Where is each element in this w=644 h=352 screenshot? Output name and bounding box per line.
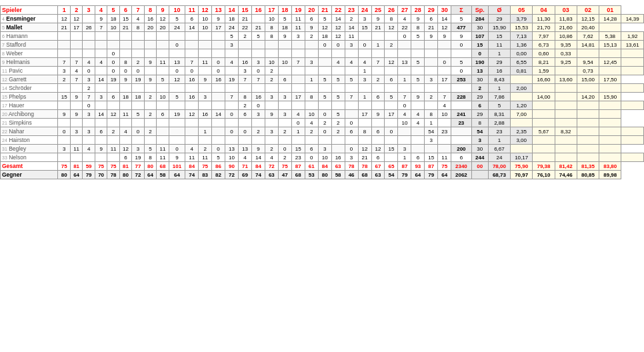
season-03: 21,60 — [555, 23, 577, 32]
season-03 — [577, 84, 599, 93]
round-18 — [278, 101, 291, 110]
round-20: 2 — [305, 127, 318, 136]
round-30 — [438, 119, 451, 127]
season-01 — [599, 23, 621, 32]
sp-value: 29 — [488, 58, 510, 67]
season-04 — [555, 136, 577, 145]
round-3 — [83, 41, 95, 49]
sum-value: 6 — [471, 101, 488, 110]
round-24: 0 — [358, 41, 371, 49]
round-5 — [107, 41, 119, 49]
gesamt-season-03: 81,42 — [555, 162, 577, 171]
gesamt-round-10: 101 — [169, 162, 185, 171]
round-26: 2 — [385, 41, 398, 49]
season-01 — [621, 84, 644, 93]
round-24: 3 — [358, 75, 371, 84]
round-4: 4 — [95, 58, 107, 67]
round-8 — [144, 101, 156, 110]
season-01 — [599, 145, 621, 153]
round-2 — [70, 41, 82, 49]
round-6 — [119, 84, 131, 93]
gegner-round-23: 46 — [345, 171, 358, 179]
round-10 — [169, 136, 185, 145]
col-s01: 01 — [599, 6, 621, 15]
col-22: 22 — [331, 6, 345, 15]
gesamt-round-17: 72 — [265, 162, 278, 171]
round-11: 7 — [185, 58, 199, 67]
round-20: 3 — [305, 58, 318, 67]
player-name: 11 Pavic — [1, 67, 58, 75]
round-19: 23 — [291, 153, 305, 162]
round-8 — [144, 32, 156, 41]
round-13 — [212, 136, 225, 145]
round-1 — [58, 136, 70, 145]
round-5: 0 — [107, 67, 119, 75]
player-name: 17 Hauer — [1, 101, 58, 110]
col-28: 28 — [411, 6, 425, 15]
round-6: 15 — [119, 15, 131, 23]
round-28: 9 — [411, 93, 425, 101]
season-04: 16,60 — [533, 75, 555, 84]
round-4: 9 — [95, 145, 107, 153]
round-11: 16 — [185, 75, 199, 84]
round-9: 6 — [157, 110, 169, 119]
round-15: 2 — [238, 32, 251, 41]
round-14: 3 — [225, 41, 239, 49]
table-row: 11 Pavic3400000003021013160,811,590,73 — [1, 67, 644, 75]
round-27: 1 — [398, 75, 411, 84]
col-s04: 04 — [533, 6, 555, 15]
avg-value: 0,81 — [511, 67, 533, 75]
sp-value: 5 — [488, 101, 510, 110]
round-9: 10 — [157, 93, 169, 101]
season-03 — [577, 101, 599, 110]
round-9: 12 — [157, 15, 169, 23]
table-row: 17 Hauer02004651,20 — [1, 101, 644, 110]
round-17: 2 — [265, 75, 278, 84]
round-22: 5 — [331, 75, 345, 84]
gesamt-round-25: 67 — [371, 162, 385, 171]
sum-value: 13 — [471, 67, 488, 75]
round-19 — [291, 101, 305, 110]
round-27: 4 — [398, 110, 411, 119]
col-20: 20 — [305, 6, 318, 15]
round-12 — [199, 101, 212, 110]
round-16: 21 — [251, 23, 265, 32]
season-02: 20,40 — [577, 23, 599, 32]
avg-value: 2,88 — [488, 119, 510, 127]
round-16: 2 — [251, 127, 265, 136]
season-05 — [511, 75, 533, 84]
round-25: 1 — [371, 41, 385, 49]
round-17: 8 — [265, 23, 278, 32]
gegner-round-25: 63 — [371, 171, 385, 179]
round-18: 6 — [278, 75, 291, 84]
sp-value: 1 — [488, 136, 510, 145]
sum-value: 15 — [471, 41, 488, 49]
round-23: 4 — [345, 58, 358, 67]
round-27: 10 — [398, 119, 411, 127]
round-16: 0 — [251, 101, 265, 110]
round-10: 12 — [169, 75, 185, 84]
round-25 — [371, 32, 385, 41]
round-19: 7 — [291, 58, 305, 67]
round-25: 9 — [371, 15, 385, 23]
gesamt-round-9: 68 — [157, 162, 169, 171]
round-22 — [331, 101, 345, 110]
gegner-round-20: 53 — [305, 171, 318, 179]
gegner-round-28: 64 — [411, 171, 425, 179]
season-04 — [555, 101, 577, 110]
gesamt-round-8: 80 — [144, 162, 156, 171]
season-05 — [533, 84, 555, 93]
round-25: 12 — [371, 145, 385, 153]
round-9 — [157, 101, 169, 110]
round-19 — [291, 49, 305, 58]
table-row: 21 Simpkins0422010412382,88 — [1, 119, 644, 127]
round-6 — [119, 119, 131, 127]
round-28: 8 — [411, 23, 425, 32]
gegner-round-11: 74 — [185, 171, 199, 179]
round-11: 14 — [185, 23, 199, 32]
round-20: 6 — [305, 145, 318, 153]
round-2: 9 — [70, 110, 82, 119]
round-5 — [107, 153, 119, 162]
round-9: 11 — [157, 58, 169, 67]
round-23 — [345, 101, 358, 110]
